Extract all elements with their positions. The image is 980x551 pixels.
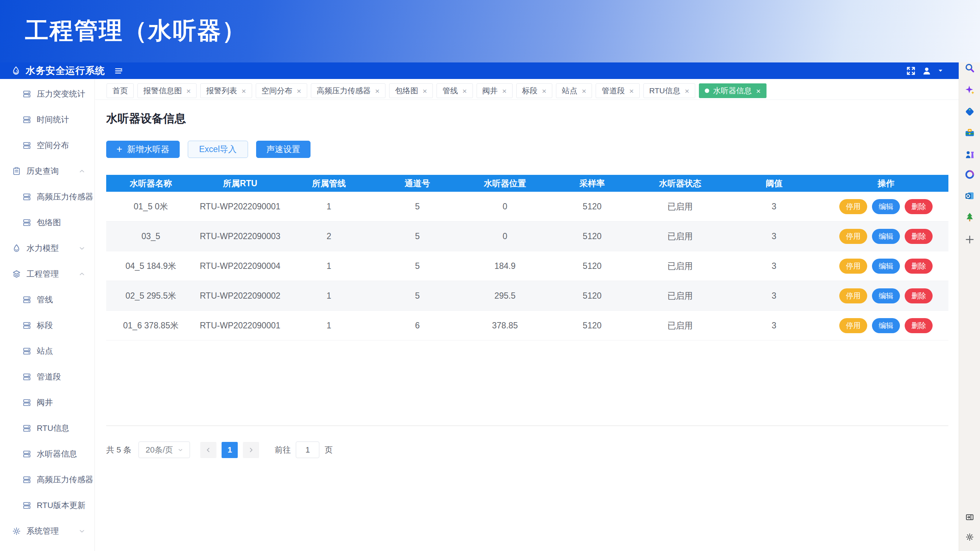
m365-icon[interactable] — [964, 169, 975, 180]
sidebar-item[interactable]: RTU信息 — [0, 416, 94, 441]
sidebar-item[interactable]: 水力模型 — [0, 235, 94, 261]
sidebar-item[interactable]: 高频压力传感器 — [0, 467, 94, 492]
page-number-button[interactable]: 1 — [221, 442, 238, 458]
outlook-icon[interactable] — [964, 190, 975, 201]
sound-speed-button[interactable]: 声速设置 — [256, 141, 310, 158]
disable-button[interactable]: 停用 — [839, 229, 867, 244]
next-page-button[interactable] — [243, 442, 259, 458]
sidebar-item[interactable]: 时间统计 — [0, 107, 94, 133]
tab[interactable]: 管线 × — [436, 83, 473, 98]
close-icon[interactable]: × — [186, 87, 191, 95]
sparkle-icon[interactable] — [964, 84, 975, 95]
people-icon[interactable] — [964, 149, 975, 160]
tab[interactable]: 报警信息图 × — [137, 83, 197, 98]
page-size-select[interactable]: 20条/页 — [138, 441, 190, 458]
sidebar-item[interactable]: 压力突变统计 — [0, 81, 94, 107]
sidebar-item[interactable]: RTU版本更新 — [0, 492, 94, 518]
sidebar-item-label: 标段 — [37, 320, 53, 331]
settings-icon[interactable] — [965, 532, 975, 542]
excel-import-button[interactable]: Excel导入 — [188, 141, 248, 158]
search-icon[interactable] — [964, 62, 975, 73]
disable-button[interactable]: 停用 — [839, 288, 867, 303]
page-banner: 工程管理（水听器） — [0, 0, 980, 62]
tab[interactable]: 站点 × — [556, 83, 592, 98]
delete-button[interactable]: 删除 — [905, 288, 932, 303]
plus-icon: + — [116, 144, 123, 154]
tab[interactable]: 高频压力传感器 × — [311, 83, 385, 98]
tab[interactable]: 首页 — [107, 83, 134, 98]
sidebar-item-label: 工程管理 — [27, 268, 59, 279]
prev-page-button[interactable] — [200, 442, 216, 458]
edit-button[interactable]: 编辑 — [872, 318, 900, 333]
gear-icon — [12, 526, 21, 536]
tab[interactable]: 阀井 × — [477, 83, 512, 98]
sidebar-item-label: 时间统计 — [37, 114, 69, 125]
toolbox-icon[interactable] — [964, 127, 975, 138]
sidebar-item-label: 管道段 — [37, 372, 61, 383]
sidebar-item[interactable]: 管线 — [0, 287, 94, 313]
sidebar-item[interactable]: 站点 — [0, 338, 94, 364]
caret-down-icon[interactable] — [937, 68, 943, 74]
delete-button[interactable]: 删除 — [905, 318, 932, 333]
close-icon[interactable]: × — [629, 87, 633, 95]
panel-toggle-icon[interactable] — [965, 513, 975, 522]
sidebar-item[interactable]: 系统管理 — [0, 518, 94, 544]
chevron-up-icon — [78, 167, 86, 175]
close-icon[interactable]: × — [242, 87, 246, 95]
goto-page-input[interactable] — [296, 441, 319, 458]
collapse-menu-icon[interactable] — [114, 66, 124, 76]
server-icon — [22, 89, 32, 99]
close-icon[interactable]: × — [582, 87, 586, 95]
tab-label: 水听器信息 — [713, 86, 752, 96]
close-icon[interactable]: × — [297, 87, 301, 95]
add-hydrophone-button[interactable]: + 新增水听器 — [106, 141, 180, 158]
sidebar-item[interactable]: 包络图 — [0, 210, 94, 235]
disable-button[interactable]: 停用 — [839, 318, 867, 333]
tab[interactable]: 管道段 × — [596, 83, 640, 98]
tab[interactable]: 标段 × — [516, 83, 552, 98]
sidebar-item-label: 包络图 — [37, 217, 61, 228]
sidebar-item[interactable]: 水听器信息 — [0, 441, 94, 467]
sidebar-item[interactable]: 工程管理 — [0, 261, 94, 287]
sidebar-item[interactable]: 管道段 — [0, 364, 94, 390]
edit-button[interactable]: 编辑 — [872, 288, 900, 303]
cell-channel: 5 — [373, 291, 462, 301]
cell-pipeline: 1 — [285, 261, 373, 271]
sidebar-item[interactable]: 高频压力传感器 — [0, 184, 94, 210]
tab[interactable]: RTU信息 × — [643, 83, 695, 98]
table-row: 03_5 RTU-WP2022090003 2 5 0 5120 已启用 3 停… — [106, 221, 948, 251]
tree-icon[interactable] — [964, 211, 975, 222]
fullscreen-icon[interactable] — [906, 66, 916, 76]
tab[interactable]: 报警列表 × — [200, 83, 252, 98]
close-icon[interactable]: × — [502, 87, 507, 95]
disable-button[interactable]: 停用 — [839, 199, 867, 214]
tab[interactable]: 水听器信息 × — [699, 83, 767, 98]
delete-button[interactable]: 删除 — [905, 199, 932, 214]
close-icon[interactable]: × — [375, 87, 380, 95]
cell-pipeline: 1 — [285, 321, 373, 330]
cell-status: 已启用 — [636, 320, 725, 331]
cell-threshold: 3 — [724, 261, 824, 271]
tag-icon[interactable] — [964, 106, 975, 117]
close-icon[interactable]: × — [542, 87, 546, 95]
cell-rtu: RTU-WP2022090004 — [196, 261, 285, 271]
tab[interactable]: 包络图 × — [389, 83, 433, 98]
edit-button[interactable]: 编辑 — [872, 199, 900, 214]
add-icon[interactable] — [964, 234, 975, 245]
tab[interactable]: 空间分布 × — [256, 83, 307, 98]
close-icon[interactable]: × — [423, 87, 427, 95]
sidebar-item[interactable]: 阀井 — [0, 390, 94, 416]
delete-button[interactable]: 删除 — [905, 229, 932, 244]
edit-button[interactable]: 编辑 — [872, 259, 900, 274]
tab-label: 空间分布 — [262, 86, 293, 96]
close-icon[interactable]: × — [462, 87, 467, 95]
user-icon[interactable] — [921, 66, 932, 76]
delete-button[interactable]: 删除 — [905, 259, 932, 274]
edit-button[interactable]: 编辑 — [872, 229, 900, 244]
sidebar-item[interactable]: 空间分布 — [0, 133, 94, 158]
disable-button[interactable]: 停用 — [839, 259, 867, 274]
sidebar-item[interactable]: 历史查询 — [0, 158, 94, 184]
close-icon[interactable]: × — [756, 87, 760, 95]
sidebar-item[interactable]: 标段 — [0, 313, 94, 338]
close-icon[interactable]: × — [684, 87, 689, 95]
